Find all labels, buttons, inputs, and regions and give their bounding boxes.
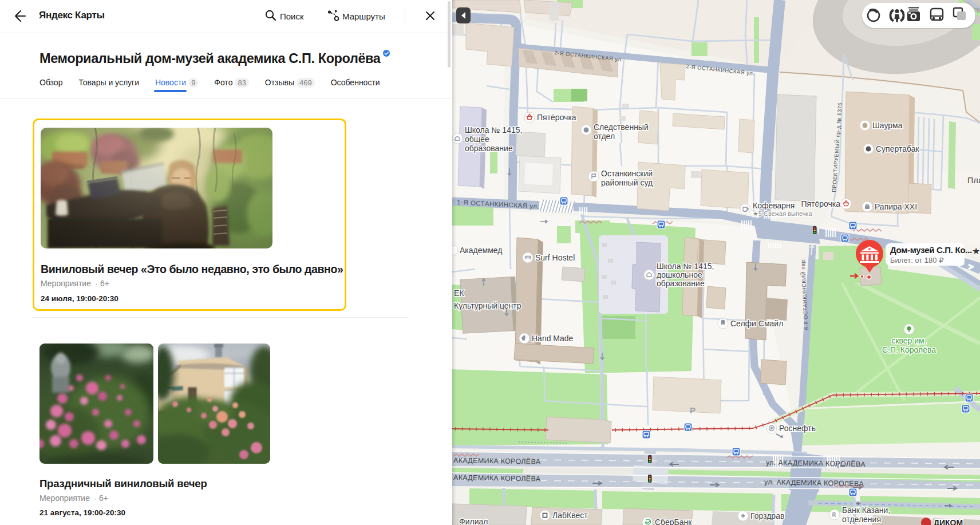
svg-text:Следственный: Следственный: [594, 123, 649, 132]
svg-text:Дом-музей С.П. Ко...: Дом-музей С.П. Ко...: [890, 245, 972, 255]
svg-text:Академмед: Академмед: [460, 246, 502, 255]
svg-text:Роснефть: Роснефть: [779, 424, 816, 433]
svg-text:АКАДЕМИКА КОРОЛЁВА: АКАДЕМИКА КОРОЛЁВА: [453, 456, 541, 466]
svg-text:Школа № 1415,: Школа № 1415,: [465, 125, 522, 135]
svg-text:P: P: [690, 405, 696, 415]
svg-text:АКАДЕМИКА КОРОЛЁВА: АКАДЕМИКА КОРОЛЁВА: [453, 473, 541, 483]
svg-text:Surf Hostel: Surf Hostel: [535, 253, 575, 262]
svg-text:отделения: отделения: [842, 515, 881, 524]
svg-text:Р: Р: [770, 427, 773, 431]
svg-text:Плане: Плане: [967, 176, 980, 185]
svg-text:С.П. Королёва: С.П. Королёва: [882, 345, 936, 354]
svg-text:общее: общее: [465, 135, 489, 144]
svg-text:ДИКОМ: ДИКОМ: [934, 518, 963, 525]
svg-text:Рапира XXI: Рапира XXI: [875, 202, 917, 211]
svg-text:★: ★: [972, 246, 980, 256]
svg-text:★5 Свежая выпечка: ★5 Свежая выпечка: [753, 210, 812, 217]
svg-text:Школа № 1415,: Школа № 1415,: [657, 262, 714, 271]
svg-text:образование: образование: [465, 144, 513, 153]
svg-text:Супертабак: Супертабак: [876, 144, 919, 153]
svg-text:Билет: от 180 ₽: Билет: от 180 ₽: [890, 256, 943, 265]
svg-text:Кофеварня: Кофеварня: [753, 201, 795, 210]
svg-text:Банк Казани,: Банк Казани,: [842, 506, 890, 515]
svg-text:Пятёрочка: Пятёрочка: [801, 199, 840, 208]
svg-text:Культурный центр: Культурный центр: [454, 301, 521, 310]
svg-text:Останкинский: Останкинский: [601, 169, 653, 178]
svg-text:Hand Made: Hand Made: [532, 334, 574, 343]
svg-text:дошкольное: дошкольное: [657, 270, 702, 279]
svg-text:Шаурма: Шаурма: [872, 121, 903, 130]
svg-text:образование: образование: [657, 279, 705, 288]
svg-text:сквер им.: сквер им.: [891, 336, 926, 345]
svg-text:Горздрав: Горздрав: [750, 511, 784, 520]
svg-text:СберБанк: СберБанк: [655, 518, 692, 525]
svg-text:ЛабКвест: ЛабКвест: [552, 511, 588, 520]
svg-text:Филиал: Филиал: [459, 517, 488, 525]
svg-text:Пятёрочка: Пятёрочка: [537, 113, 576, 122]
svg-text:Селфи Смайл: Селфи Смайл: [730, 319, 783, 328]
svg-text:отдел: отдел: [594, 132, 615, 141]
svg-text:районный суд: районный суд: [601, 178, 653, 187]
